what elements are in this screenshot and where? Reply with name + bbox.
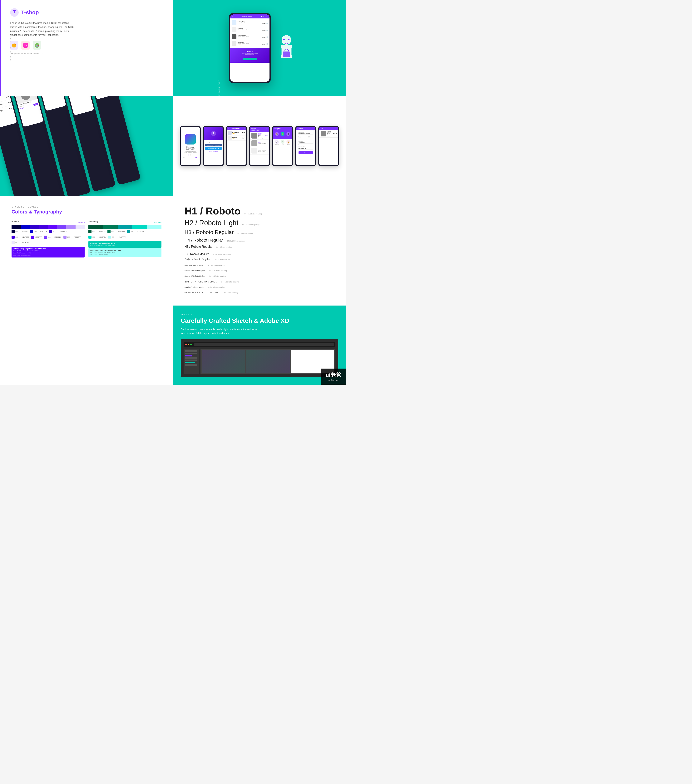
h3-sample: H3 / Roboto Regular [185,229,234,236]
svg-point-11 [283,39,285,40]
color-50: 50 #EDE7FF [12,241,30,244]
toolkit-label: TOOLKIT [181,313,338,316]
cart-screen: Cart Canon EOS 5D Mark Camera created $4… [319,127,338,165]
android-icon: 🤖 [33,41,41,49]
h6-spec: 20 / 0.25 letter-spacing [213,254,244,255]
color-primary: #6207FF [31,236,42,239]
tab-grid[interactable]: GRID [251,130,255,131]
body2-sample: Body 2 / Roboto Regular [185,264,204,266]
colors-title: Colors & Typography [12,209,161,215]
signup-tagline-2: Beauty outside. Beast mode [205,142,222,143]
product-info-1: Google Home Google Home · Connected ★★★★ [237,21,261,25]
discover-icons: ⬆🔍 [266,128,268,129]
welcome-banner-sub: Everything has beauty, but noteveryone c… [232,53,267,55]
secondary-text-samples: White Text / High Emphasis / 100% White … [89,241,161,257]
add-to-cart-4[interactable]: 🛒 [266,43,268,45]
tshop-icon: T [10,8,19,17]
payment-title: Payment [298,128,314,129]
address-value: Bouvet Island (Bouvetøya) [298,144,313,147]
skip-btn[interactable]: SKIP [183,157,185,158]
text-sec-on-light: Text on Secondary / High Emphasis / Blac… [90,249,160,251]
exp-field: Expiry 05/23 [298,136,304,139]
text-sec-med: White Text / Medium Emphasis / 60% [90,244,160,246]
h1-row: H1 / Roboto 96 / -1.5 letter-spacing [185,206,334,217]
svg-rect-15 [283,51,290,57]
h1-spec: 96 / -1.5 letter-spacing [244,213,275,215]
secondary-colors: Secondary #00DAC4 [89,221,161,258]
row2: Smart speakers Google Home★★★★ $3,045 Ho… [0,96,346,196]
adobe-content [184,349,335,374]
discover-screen: Discover ⬆🔍 GRID NEXT Industrial Desi [250,127,269,165]
svg-text:T: T [213,132,214,135]
sub2-row: Subtitle 2 / Roboto Medium 14 / 0.1 lett… [185,275,334,278]
phone-value: 687-461-8874 [298,148,313,150]
nav-home-icon[interactable]: 🏠 [275,132,279,136]
h3-spec: 48 / 0 letter-spacing [237,232,268,234]
fb-btn-2[interactable]: SIGN UP WITH FACEBOOK [205,144,222,147]
swatch-800 [21,225,30,229]
primary-text-samples: Text on Primary / High Emphasis / White … [12,247,84,257]
product-stars-3: ★★★ [237,37,261,38]
signup-form: Beauty outside. Beast mode SIGN UP WITH … [204,140,223,153]
phone-cart-icon: 🛒 [266,16,268,17]
email-link-2[interactable]: SIGN IN WITH EMAIL [205,151,222,152]
tab-next[interactable]: NEXT [256,130,260,131]
card-field: Card Number 9964 9935 0755 4269 [298,132,313,135]
cart-phone: Cart Canon EOS 5D Mark Camera created $4… [318,126,339,166]
nav-labels-row-1: Home Payment Settings [274,137,291,137]
nav-feedback-icon[interactable]: 💬 [275,140,279,144]
close-dot [185,344,187,345]
swatch-400 [57,225,66,229]
add-to-cart-3[interactable]: 🛒 [266,36,268,38]
discover-tabs: GRID NEXT [251,130,268,131]
disc-more-1[interactable]: MORE [265,135,268,136]
shopping-content: Shopping everywear Incidunt placeat iust… [181,127,200,165]
body2-row: Body 2 / Roboto Regular 14 / 0.25 letter… [185,264,334,267]
nav-settings-icon[interactable]: ⚙ [287,132,290,136]
primary-swatches [12,225,84,229]
nav-privacy-icon[interactable]: 🔒 [287,140,290,144]
sub2-sample: Subtitle 2 / Roboto Medium [185,275,206,277]
svg-rect-13 [279,48,282,55]
nav-about-icon[interactable]: ℹ [281,140,285,144]
next-btn[interactable]: NEXT [195,157,198,158]
sec-color-800: 800 #007A56 [107,230,125,233]
vertical-label-left: ANDROID APPLICATION [10,35,12,61]
nav-about-label: About [282,144,284,145]
ss-back[interactable]: ← [228,128,229,129]
product-price-3: $3,685 🛒 [262,35,268,38]
ss-header: ← Smart speakers 🔍🛒 [227,127,246,130]
signup-phone: T Beauty outside. Beast mode SIGN UP WIT… [203,126,224,166]
disc-info-2: Daily Addiction 2.0 [258,142,268,144]
tw-btn-2[interactable]: SIGN UP WITH TWITTER [205,147,222,150]
product-info-3: Harman Kardon Ut praesuntium sit laborum… [237,35,261,38]
disc-img-3 [251,148,257,153]
primary-label: Primary [12,221,19,223]
nav-payment-icon[interactable]: 💳 [281,132,285,136]
shop-illustration [185,134,196,145]
add-to-cart-1[interactable]: 🛒 [266,23,268,24]
minimize-dot [188,344,189,345]
payment-btn[interactable]: NEXT [298,151,313,154]
maximize-dot [190,344,192,345]
hero-illustration [275,32,298,63]
compat-text: Compatible with Sketch, Adobe XD [10,53,163,55]
color-800: 800 #0100CF [30,230,47,233]
diagonal-phones: Smart speakers Google Home★★★★ $3,045 Ho… [0,96,173,196]
toolkit-title: Carefully Crafted Sketch & Adobe XD [181,317,338,324]
phones-grid-section: Shopping everywear Incidunt placeat iust… [173,96,346,196]
tool-icons-row: Xd 🤖 [10,41,163,49]
adobe-mockup [181,339,338,377]
swatch-50 [76,225,85,229]
phone-search-icon: 🔍 [263,16,265,17]
signup-phone-screen: T Beauty outside. Beast mode SIGN UP WIT… [204,127,223,165]
caption-sample: Caption / Roboto Regular [185,286,204,288]
shop-dots [188,155,193,155]
sub1-spec: 16 / 0.15 letter-spacing [209,270,240,272]
adobe-main [201,349,335,374]
start-shopping-btn[interactable]: START SHOPPING [242,58,257,60]
product-stars-1: ★★★★ [237,23,261,25]
primary-hex: #6200E8 [77,221,84,223]
sec-swatch-50 [147,225,161,229]
add-to-cart-2[interactable]: 🛒 [266,30,268,31]
